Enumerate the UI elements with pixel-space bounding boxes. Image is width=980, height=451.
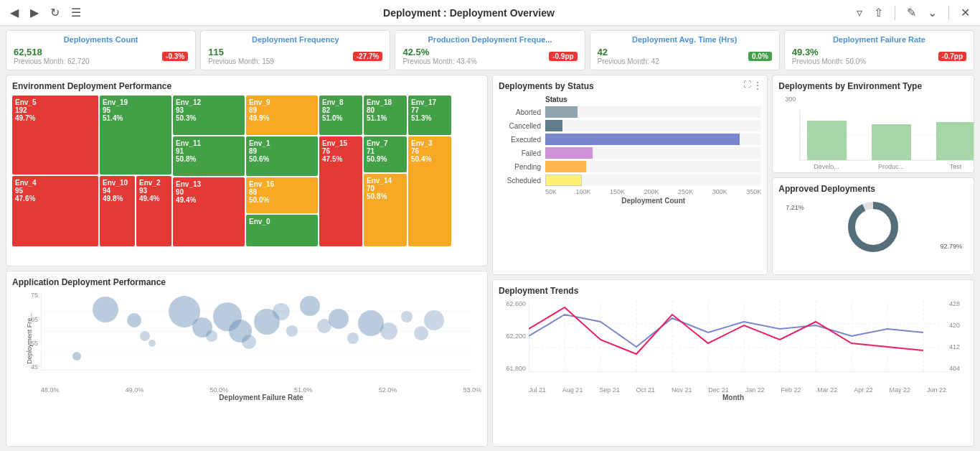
kpi-prev-4: Previous Month: 50.0% [792,57,866,65]
status-x-axis: 50K 100K 150K 200K 250K 300K 350K [499,188,761,195]
bubble-20 [401,311,413,322]
tree-row-top3: Env_12 93 50.3% [173,96,245,135]
kpi-bottom-2: 42.5% Previous Month: 43.4% -0.9pp [402,47,577,65]
kpi-failure-rate: Deployment Failure Rate 49.3% Previous M… [784,30,974,70]
filter-button[interactable]: ▿ [854,4,865,21]
bubble-16 [329,309,349,329]
status-row-failed: Failed [499,147,761,159]
kpi-bottom-3: 42 Previous Month: 42 0.0% [598,47,772,65]
donut-wrapper: 7.21% 92.79% [778,198,968,256]
bubble-7 [206,330,217,342]
tree-cell-env13: Env_13 90 49.4% [173,177,245,246]
tree-cell-env2: Env_2 93 49.4% [136,176,171,246]
kpi-deployment-frequency: Deployment Frequency 115 Previous Month:… [200,30,390,70]
bubble-x-title: Deployment Failure Rate [12,394,481,401]
trends-y-right: 428 420 412 404 [946,300,968,372]
kpi-value-4: 49.3% [792,47,866,57]
tree-cell-env3: Env_3 76 50.4% [408,136,451,246]
env-y-labels: 300 [778,96,798,146]
close-button[interactable]: ✕ [958,4,973,21]
tree-cell-env18: Env_18 80 51.1% [364,96,407,135]
bubble-18 [358,310,384,336]
app-deploy-title: Application Deployment Performance [12,277,481,287]
svg-rect-8 [807,121,847,160]
bubble-19 [380,322,397,340]
env-type-svg: Develo... Produc... Test [800,110,968,160]
env-type-title: Deployments by Environment Type [778,81,968,91]
kpi-value-0: 62,518 [14,47,90,57]
bubble-21 [414,326,428,340]
more-button[interactable]: ⋮ [753,80,763,91]
status-row-cancelled: Cancelled [499,120,761,131]
right-sub-panel: Deployments by Environment Type 300 [772,75,974,275]
bubble-svg [41,292,481,371]
back-button[interactable]: ◀ [7,4,22,21]
donut-pct-inner: 7.21% [786,204,804,211]
bubble-3 [140,331,150,341]
kpi-badge-4: -0.7pp [938,52,966,61]
app-header: ◀ ▶ ↻ ☰ Deployment : Deployment Overview… [0,0,980,26]
kpi-value-2: 42.5% [402,47,476,57]
expand-button[interactable]: ⛶ [743,80,751,88]
tree-cell-env19: Env_19 95 51.4% [100,96,171,175]
donut-outer-label: 92.79% [940,243,962,250]
kpi-prev-0: Previous Month: 62,720 [14,57,90,65]
kpi-badge-0: -0.3% [162,52,188,61]
bubble-22 [424,310,444,330]
bubble-10 [242,335,256,349]
svg-text:Produc...: Produc... [878,163,904,170]
kpi-row: Deployments Count 62,518 Previous Month:… [0,26,980,75]
trends-x-labels: Jul 21 Aug 21 Sep 21 Oct 21 Nov 21 Dec 2… [499,386,968,394]
status-row-pending: Pending [499,161,761,172]
chevron-down-button[interactable]: ⌄ [925,4,940,21]
tree-cell-env16: Env_16 88 50.0% [246,177,318,213]
bubble-17 [347,333,359,344]
trends-wrapper: 62,600 62,200 61,800 428 420 412 404 [499,300,968,386]
list-button[interactable]: ☰ [68,4,84,21]
tree-cell-env1: Env_1 89 50.6% [246,136,318,176]
bubble-chart-wrapper: 75 65 55 45 Deployment Fre... [12,292,481,385]
approved-card: Approved Deployments 7.21% 92.79% [772,177,974,276]
app-deploy-card: Application Deployment Performance 75 65… [6,271,488,447]
bubble-4 [149,340,156,347]
tree-cell-env11: Env_11 91 50.8% [173,136,245,176]
bubble-2 [127,313,141,327]
tree-cell-env14: Env_14 70 50.8% [364,174,407,246]
kpi-avg-time: Deployment Avg. Time (Hrs) 42 Previous M… [590,30,780,70]
bubble-14 [300,296,320,316]
kpi-bottom-1: 115 Previous Month: 159 -27.7% [208,47,382,65]
forward-button[interactable]: ▶ [27,4,42,21]
env-type-chart: 300 [778,96,968,160]
env-deploy-card: Environment Deployment Performance Env_5… [6,75,488,266]
kpi-title-3: Deployment Avg. Time (Hrs) [598,35,772,44]
status-row-scheduled: Scheduled [499,175,761,186]
page-title: Deployment : Deployment Overview [383,7,555,19]
share-button[interactable]: ⇧ [871,4,886,21]
tree-row-bottom1: Env_4 95 47.6% [12,176,98,246]
nav-buttons: ◀ ▶ ↻ ☰ [7,4,84,21]
tree-cell-env9: Env_9 89 49.9% [246,96,318,135]
tree-cell-env17: Env_17 77 51.3% [408,96,451,135]
svg-rect-10 [936,122,974,160]
separator [895,6,895,20]
tree-cell-env0: Env_0 [246,215,318,246]
bubble-0 [72,352,81,361]
refresh-button[interactable]: ↻ [47,4,62,21]
donut-inner-label: 7.21% [786,204,804,211]
kpi-badge-3: 0.0% [748,52,772,61]
tree-cell-env5: Env_5 192 49.7% [12,96,98,175]
svg-point-15 [852,205,895,248]
kpi-badge-2: -0.9pp [549,52,577,61]
status-col-header: Status [545,96,567,103]
tree-cell-env4: Env_4 95 47.6% [12,176,98,246]
kpi-title-4: Deployment Failure Rate [792,35,966,44]
status-row-executed: Executed [499,134,761,145]
kpi-badge-1: -27.7% [353,52,383,61]
svg-rect-9 [872,124,911,160]
tree-cell-env12: Env_12 93 50.3% [173,96,245,135]
treemap: Env_5 192 49.7% Env_4 95 47.6% [12,96,481,246]
svg-text:Develo...: Develo... [814,163,840,170]
kpi-bottom-0: 62,518 Previous Month: 62,720 -0.3% [14,47,188,65]
bubble-y-label: Deployment Fre... [26,313,33,365]
edit-button[interactable]: ✎ [904,4,919,21]
